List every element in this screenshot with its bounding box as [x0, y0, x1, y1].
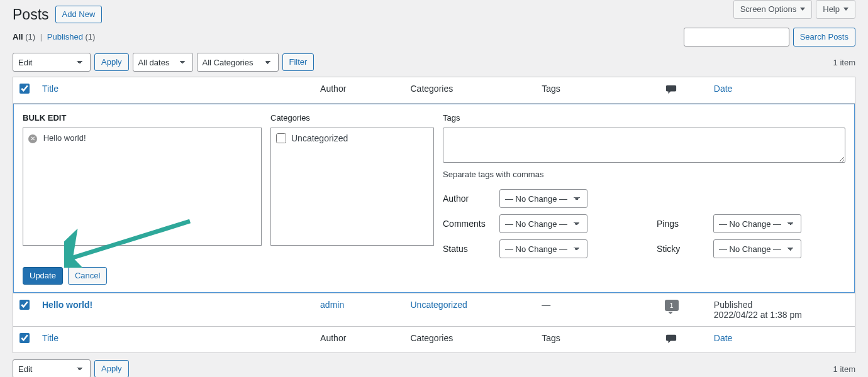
bulk-tags-heading: Tags — [443, 113, 845, 123]
col-author: Author — [314, 77, 404, 104]
screen-options-label: Screen Options — [740, 3, 797, 16]
pings-label: Pings — [657, 219, 704, 229]
add-new-button[interactable]: Add New — [55, 6, 103, 23]
col-tags: Tags — [535, 77, 658, 104]
comment-icon — [665, 333, 677, 344]
item-count-top: 1 item — [833, 58, 855, 67]
remove-item-icon[interactable]: ✕ — [28, 134, 37, 143]
bulk-categories-heading: Categories — [270, 113, 434, 123]
tags-help-text: Separate tags with commas — [443, 170, 845, 179]
filter-published[interactable]: Published — [47, 32, 83, 41]
category-label: Uncategorized — [291, 133, 348, 143]
col-comments-foot[interactable] — [659, 327, 708, 353]
bulk-items-list: ✕ Hello world! — [23, 128, 262, 246]
post-title-link[interactable]: Hello world! — [42, 300, 92, 310]
comment-icon — [665, 84, 677, 95]
select-all-checkbox-top[interactable] — [19, 84, 30, 94]
post-category-link[interactable]: Uncategorized — [410, 300, 467, 310]
status-select[interactable]: — No Change — — [499, 239, 587, 258]
chevron-down-icon — [800, 8, 805, 11]
category-checkbox[interactable] — [276, 133, 286, 143]
post-date: Published 2022/04/22 at 1:38 pm — [708, 293, 855, 327]
tags-textarea[interactable] — [443, 128, 845, 163]
col-tags-foot: Tags — [535, 327, 658, 353]
date-filter-select[interactable]: All dates — [133, 53, 193, 72]
page-title: Posts — [13, 6, 49, 23]
search-input[interactable] — [684, 28, 789, 46]
author-label: Author — [443, 194, 491, 204]
help-label: Help — [823, 3, 840, 16]
sticky-label: Sticky — [657, 244, 704, 254]
category-option[interactable]: Uncategorized — [276, 133, 428, 143]
bulk-action-select[interactable]: Edit — [13, 53, 91, 72]
status-label: Status — [443, 244, 491, 254]
col-categories: Categories — [404, 77, 535, 104]
col-date-foot[interactable]: Date — [714, 333, 733, 343]
select-all-checkbox-bottom[interactable] — [19, 333, 30, 343]
help-button[interactable]: Help — [816, 0, 855, 19]
author-select[interactable]: — No Change — — [499, 189, 587, 208]
apply-button-bottom[interactable]: Apply — [94, 360, 129, 377]
col-title-foot[interactable]: Title — [42, 333, 58, 343]
filter-button[interactable]: Filter — [282, 53, 314, 71]
chevron-down-icon — [843, 8, 849, 11]
category-filter-select[interactable]: All Categories — [197, 53, 279, 72]
comments-select[interactable]: — No Change — — [499, 214, 587, 233]
table-row: Hello world! admin Uncategorized — 1 Pub… — [13, 293, 855, 327]
bulk-item: ✕ Hello world! — [28, 133, 256, 143]
col-title[interactable]: Title — [42, 84, 58, 94]
row-checkbox[interactable] — [19, 300, 30, 310]
filter-all-count: (1) — [25, 32, 35, 41]
bulk-action-select-bottom[interactable]: Edit — [13, 359, 91, 377]
filter-all[interactable]: All — [13, 32, 23, 41]
bulk-edit-heading: BULK EDIT — [23, 113, 66, 123]
col-categories-foot: Categories — [404, 327, 535, 353]
comment-count-bubble[interactable]: 1 — [665, 300, 679, 311]
cancel-button[interactable]: Cancel — [68, 267, 107, 285]
update-button[interactable]: Update — [23, 267, 63, 285]
post-author-link[interactable]: admin — [320, 300, 344, 310]
search-posts-button[interactable]: Search Posts — [793, 28, 855, 46]
col-author-foot: Author — [314, 327, 404, 353]
col-date[interactable]: Date — [714, 84, 733, 94]
item-count-bottom: 1 item — [833, 364, 855, 374]
col-comments[interactable] — [659, 77, 708, 104]
screen-options-button[interactable]: Screen Options — [733, 0, 813, 19]
apply-button-top[interactable]: Apply — [94, 53, 129, 71]
post-tags: — — [535, 293, 658, 327]
comments-label: Comments — [443, 219, 491, 229]
filter-published-count: (1) — [86, 32, 96, 41]
sticky-select[interactable]: — No Change — — [713, 239, 801, 258]
pings-select[interactable]: — No Change — — [713, 214, 801, 233]
bulk-item-title: Hello world! — [43, 133, 86, 143]
